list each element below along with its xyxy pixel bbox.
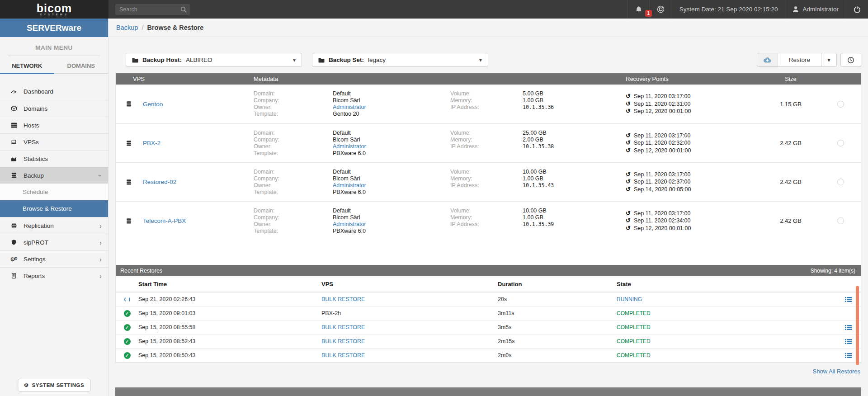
sidebar-item-hosts[interactable]: Hosts — [0, 117, 108, 133]
vps-row: Gentoo Domain: Company: Owner: Template:… — [116, 85, 861, 123]
recovery-point[interactable]: ↺ Sep 12, 2020 00:01:00 — [626, 108, 761, 115]
select-vps-radio[interactable] — [837, 179, 844, 185]
meta-label-domain: Domain: — [254, 90, 333, 97]
meta-label-domain: Domain: — [254, 207, 333, 214]
sidebar-item-reports[interactable]: Reports› — [0, 267, 108, 284]
recovery-point[interactable]: ↺ Sep 14, 2020 00:05:00 — [626, 186, 761, 193]
content: Backup Host: ALBIREO ▾ Backup Set: legac… — [108, 37, 868, 396]
database-icon — [10, 172, 18, 179]
restore-row: ✓ Sep 15, 2020 08:52:43 BULK RESTORE 2m1… — [116, 335, 861, 349]
topbar-right: 1 System Date: 21 Sep 2020 02:15:20 Admi… — [627, 0, 868, 19]
recovery-point-time: Sep 12, 2020 00:01:00 — [634, 108, 691, 115]
vps-name-link[interactable]: Telecom-A-PBX — [143, 217, 186, 224]
restore-details-button[interactable] — [845, 297, 852, 302]
meta-label-ip: IP Address: — [450, 143, 523, 150]
restore-history-button[interactable] — [840, 53, 861, 67]
sidebar-item-domains[interactable]: Domains — [0, 100, 108, 117]
sidebar-item-label: Statistics — [24, 156, 48, 162]
tab-network[interactable]: NETWORK — [0, 58, 54, 74]
owner-link[interactable]: Administrator — [333, 143, 450, 150]
database-icon — [125, 218, 132, 224]
restore-state: COMPLETED — [617, 324, 651, 330]
restore-details-button[interactable] — [845, 325, 852, 330]
restore-details-button[interactable] — [845, 353, 852, 358]
backup-set-dropdown[interactable]: Backup Set: legacy ▾ — [312, 53, 488, 67]
recovery-point[interactable]: ↺ Sep 11, 2020 02:31:00 — [626, 100, 761, 108]
backup-host-dropdown[interactable]: Backup Host: ALBIREO ▾ — [126, 53, 302, 67]
sidebar-item-replication[interactable]: Replication› — [0, 217, 108, 234]
vps-name-link[interactable]: Gentoo — [143, 101, 163, 108]
help-button[interactable] — [649, 0, 672, 19]
chevron-down-icon: ▾ — [479, 57, 482, 63]
restore-start-time: Sep 15, 2020 08:52:43 — [138, 338, 321, 344]
restore-vps-link[interactable]: BULK RESTORE — [321, 296, 365, 302]
user-menu[interactable]: Administrator — [785, 0, 846, 19]
meta-value-volume: 10.00 GB — [523, 169, 626, 175]
completed-check-icon: ✓ — [124, 310, 131, 317]
sidebar-item-backup[interactable]: Backup› — [0, 167, 108, 184]
sidebar-item-dashboard[interactable]: Dashboard — [0, 83, 108, 100]
sidebar-item-label: Schedule — [23, 189, 48, 195]
restore-button[interactable]: Restore — [778, 53, 821, 66]
col-state: State — [617, 281, 836, 288]
folder-icon — [132, 57, 138, 63]
recovery-point[interactable]: ↺ Sep 12, 2020 00:01:00 — [626, 225, 761, 232]
restore-vps-link[interactable]: BULK RESTORE — [321, 338, 365, 344]
history-icon: ↺ — [626, 186, 631, 193]
cloud-download-icon[interactable] — [757, 53, 778, 66]
sidebar-item-statistics[interactable]: Statistics — [0, 150, 108, 167]
recovery-point[interactable]: ↺ Sep 11, 2020 02:37:00 — [626, 178, 761, 186]
restore-duration: 3m5s — [498, 324, 617, 330]
select-vps-radio[interactable] — [837, 217, 844, 224]
restore-vps-link[interactable]: BULK RESTORE — [321, 352, 365, 358]
recovery-point[interactable]: ↺ Sep 11, 2020 02:34:00 — [626, 217, 761, 225]
notifications-button[interactable]: 1 — [627, 0, 649, 19]
recovery-point[interactable]: ↺ Sep 11, 2020 03:17:00 — [626, 93, 761, 100]
chevron-right-icon: › — [99, 239, 102, 246]
meta-value-memory: 1.00 GB — [523, 175, 626, 182]
select-vps-radio[interactable] — [837, 101, 844, 108]
select-vps-radio[interactable] — [837, 140, 844, 146]
recovery-points: ↺ Sep 11, 2020 03:17:00 ↺ Sep 11, 2020 0… — [626, 210, 761, 232]
owner-link[interactable]: Administrator — [333, 221, 450, 228]
history-icon: ↺ — [626, 217, 631, 225]
vps-name-link[interactable]: Restored-02 — [143, 179, 176, 185]
folder-icon — [318, 57, 325, 63]
recovery-point[interactable]: ↺ Sep 11, 2020 03:17:00 — [626, 132, 761, 140]
restores-table-header: Start Time VPS Duration State — [116, 276, 861, 292]
sidebar-item-settings[interactable]: ⚙⚙Settings› — [0, 250, 108, 267]
breadcrumb-backup-link[interactable]: Backup — [116, 24, 138, 31]
system-settings-button[interactable]: ⚙ SYSTEM SETTINGS — [18, 379, 90, 391]
recovery-point[interactable]: ↺ Sep 11, 2020 03:17:00 — [626, 171, 761, 179]
recovery-point-time: Sep 11, 2020 03:17:00 — [634, 132, 691, 140]
restore-vps-link[interactable]: BULK RESTORE — [321, 324, 365, 330]
sidebar-item-browse-restore[interactable]: Browse & Restore — [0, 200, 108, 217]
meta-value-memory: 2.00 GB — [523, 137, 626, 143]
tab-domains[interactable]: DOMAINS — [54, 58, 108, 73]
sidebar-item-schedule[interactable]: Schedule — [0, 184, 108, 200]
restores-scrollbar[interactable] — [856, 286, 859, 365]
meta-value-memory: 1.00 GB — [523, 214, 626, 221]
owner-link[interactable]: Administrator — [333, 182, 450, 189]
database-icon — [125, 101, 132, 107]
recovery-point[interactable]: ↺ Sep 11, 2020 03:17:00 — [626, 210, 761, 217]
recovery-point[interactable]: ↺ Sep 12, 2020 00:01:00 — [626, 147, 761, 155]
owner-link[interactable]: Administrator — [333, 104, 450, 111]
history-icon: ↺ — [626, 210, 631, 217]
restore-dropdown-caret[interactable]: ▾ — [821, 53, 836, 66]
show-all-restores-link[interactable]: Show All Restores — [813, 368, 861, 375]
search-icon[interactable] — [180, 6, 187, 13]
sidebar-tabs: NETWORK DOMAINS — [0, 58, 108, 74]
chevron-down-icon: › — [97, 174, 104, 177]
vps-name-link[interactable]: PBX-2 — [143, 140, 160, 146]
recovery-points: ↺ Sep 11, 2020 03:17:00 ↺ Sep 11, 2020 0… — [626, 171, 761, 193]
bell-icon — [635, 6, 643, 13]
sidebar-item-sipprot[interactable]: sipPROT› — [0, 234, 108, 250]
restore-details-button[interactable] — [845, 339, 852, 344]
power-button[interactable] — [846, 0, 868, 19]
meta-value-volume: 10.00 GB — [523, 207, 626, 214]
recovery-point[interactable]: ↺ Sep 11, 2020 02:32:00 — [626, 139, 761, 147]
life-ring-icon — [657, 5, 665, 13]
sidebar-item-vpss[interactable]: VPSs — [0, 133, 108, 150]
search-input[interactable] — [115, 4, 190, 15]
